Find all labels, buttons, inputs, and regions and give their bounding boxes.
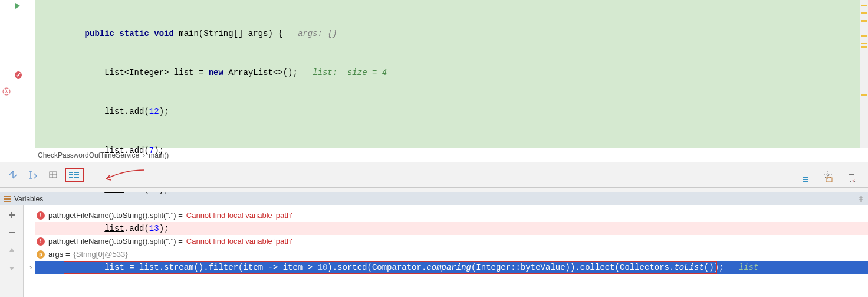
stack-icon[interactable] xyxy=(797,171,814,188)
lambda-gutter-icon[interactable]: λ xyxy=(2,87,11,96)
inline-hint: args: {} xyxy=(298,29,337,38)
inline-hint: list: size = 4 xyxy=(313,68,387,77)
svg-rect-10 xyxy=(803,181,808,182)
gauge-icon[interactable] xyxy=(844,171,861,188)
up-arrow-icon[interactable] xyxy=(6,244,18,256)
overview-ruler[interactable] xyxy=(860,0,868,148)
run-gutter-icon[interactable] xyxy=(14,2,21,9)
cursor-icon[interactable] xyxy=(25,167,41,183)
memory-icon[interactable] xyxy=(821,171,837,188)
editor-gutter: λ xyxy=(0,0,35,148)
debug-toolbar xyxy=(0,162,868,188)
code-editor[interactable]: public static void main(String[] args) {… xyxy=(35,0,868,148)
trace-stream-button[interactable] xyxy=(65,168,84,182)
pin-icon[interactable] xyxy=(857,195,864,203)
variables-gutter xyxy=(0,205,24,297)
svg-rect-9 xyxy=(803,179,808,180)
svg-rect-3 xyxy=(50,172,57,178)
table-icon[interactable] xyxy=(45,167,61,183)
svg-rect-8 xyxy=(803,177,808,178)
variables-icon xyxy=(4,195,12,203)
breakpoint-icon[interactable] xyxy=(14,71,22,79)
svg-rect-11 xyxy=(826,178,832,182)
add-watch-icon[interactable] xyxy=(6,209,18,221)
remove-watch-icon[interactable] xyxy=(6,227,18,239)
step-icon[interactable] xyxy=(5,167,21,183)
annotation-arrow-icon xyxy=(100,167,147,185)
svg-text:λ: λ xyxy=(5,89,8,94)
down-arrow-icon[interactable] xyxy=(6,262,18,274)
current-execution-line[interactable]: list = list.stream().filter(item -> item… xyxy=(35,261,868,274)
